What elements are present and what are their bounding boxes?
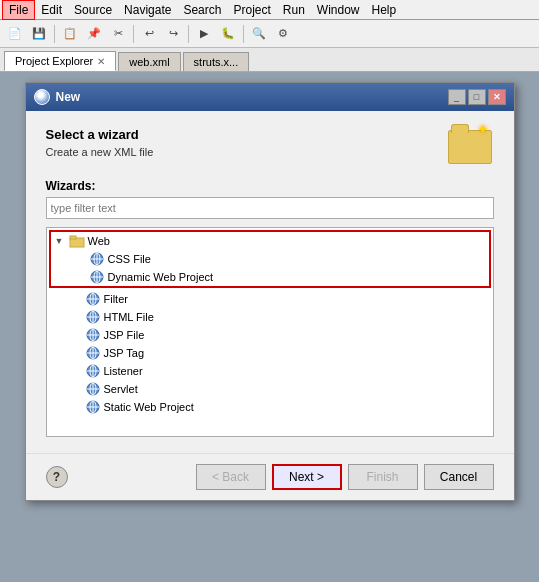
tree-item-html[interactable]: HTML File xyxy=(47,308,493,326)
tree-label-staticweb: Static Web Project xyxy=(104,401,194,413)
folder-icon: ✦ xyxy=(448,130,492,164)
footer-right: < Back Next > Finish Cancel xyxy=(196,464,494,490)
toolbar-run[interactable]: ▶ xyxy=(193,23,215,45)
tabbar: Project Explorer ✕ web.xml struts.x... xyxy=(0,48,539,72)
toolbar-new[interactable]: 📄 xyxy=(4,23,26,45)
footer-left: ? xyxy=(46,466,68,488)
toolbar-cut[interactable]: ✂ xyxy=(107,23,129,45)
back-button[interactable]: < Back xyxy=(196,464,266,490)
menu-search[interactable]: Search xyxy=(177,1,227,19)
toolbar-settings[interactable]: ⚙ xyxy=(272,23,294,45)
dialog-minimize[interactable]: _ xyxy=(448,89,466,105)
tree-item-listener[interactable]: Listener xyxy=(47,362,493,380)
tree-item-dwp[interactable]: Dynamic Web Project xyxy=(51,268,489,286)
tab-project-explorer-label: Project Explorer xyxy=(15,55,93,67)
tree-label-listener: Listener xyxy=(104,365,143,377)
tree-icon-filter xyxy=(85,292,101,306)
tree-label-filter: Filter xyxy=(104,293,128,305)
wizard-subtitle: Create a new XML file xyxy=(46,146,154,158)
tree-item-filter[interactable]: Filter xyxy=(47,290,493,308)
wizard-title: Select a wizard xyxy=(46,127,154,142)
tree-icon-jsp xyxy=(85,328,101,342)
tree-label-jsptag: JSP Tag xyxy=(104,347,145,359)
finish-button[interactable]: Finish xyxy=(348,464,418,490)
toolbar-sep3 xyxy=(188,25,189,43)
toolbar-sep2 xyxy=(133,25,134,43)
dialog-title-icon xyxy=(34,89,50,105)
menu-edit[interactable]: Edit xyxy=(35,1,68,19)
tree-icon-dwp xyxy=(89,270,105,284)
star-icon: ✦ xyxy=(477,121,489,137)
new-wizard-dialog: New _ □ ✕ Select a wizard Create a new X… xyxy=(25,82,515,501)
tree-icon-jsptag xyxy=(85,346,101,360)
toolbar-sep1 xyxy=(54,25,55,43)
tree-item-staticweb[interactable]: Static Web Project xyxy=(47,398,493,416)
help-button[interactable]: ? xyxy=(46,466,68,488)
menu-source[interactable]: Source xyxy=(68,1,118,19)
tab-project-explorer[interactable]: Project Explorer ✕ xyxy=(4,51,116,71)
menu-run[interactable]: Run xyxy=(277,1,311,19)
tree-expand-web[interactable]: ▼ xyxy=(55,236,69,246)
tree-item-css[interactable]: CSS File xyxy=(51,250,489,268)
toolbar-sep4 xyxy=(243,25,244,43)
toolbar: 📄 💾 📋 📌 ✂ ↩ ↪ ▶ 🐛 🔍 ⚙ xyxy=(0,20,539,48)
menu-navigate[interactable]: Navigate xyxy=(118,1,177,19)
tree-icon-servlet xyxy=(85,382,101,396)
cancel-button[interactable]: Cancel xyxy=(424,464,494,490)
tree-item-web[interactable]: ▼Web xyxy=(51,232,489,250)
tree-icon-html xyxy=(85,310,101,324)
tab-struts[interactable]: struts.x... xyxy=(183,52,250,71)
tree-item-servlet[interactable]: Servlet xyxy=(47,380,493,398)
wizard-tree[interactable]: ▼WebCSS FileDynamic Web ProjectFilterHTM… xyxy=(46,227,494,437)
tree-label-web: Web xyxy=(88,235,110,247)
tab-project-explorer-close[interactable]: ✕ xyxy=(97,56,105,67)
dialog-header: Select a wizard Create a new XML file ✦ xyxy=(46,127,494,167)
tree-label-dwp: Dynamic Web Project xyxy=(108,271,214,283)
tree-item-jsptag[interactable]: JSP Tag xyxy=(47,344,493,362)
toolbar-paste[interactable]: 📌 xyxy=(83,23,105,45)
dialog-maximize[interactable]: □ xyxy=(468,89,486,105)
dialog-close[interactable]: ✕ xyxy=(488,89,506,105)
filter-input[interactable] xyxy=(46,197,494,219)
dialog-body: Select a wizard Create a new XML file ✦ … xyxy=(26,111,514,453)
tab-webxml-label: web.xml xyxy=(129,56,169,68)
dialog-controls: _ □ ✕ xyxy=(448,89,506,105)
menu-project[interactable]: Project xyxy=(227,1,276,19)
dialog-title-text: New xyxy=(56,90,81,104)
toolbar-save[interactable]: 💾 xyxy=(28,23,50,45)
tree-label-css: CSS File xyxy=(108,253,151,265)
next-button[interactable]: Next > xyxy=(272,464,342,490)
wizards-label: Wizards: xyxy=(46,179,494,193)
tree-icon-css xyxy=(89,252,105,266)
menu-window[interactable]: Window xyxy=(311,1,366,19)
toolbar-undo[interactable]: ↩ xyxy=(138,23,160,45)
main-area: New _ □ ✕ Select a wizard Create a new X… xyxy=(0,72,539,582)
toolbar-debug[interactable]: 🐛 xyxy=(217,23,239,45)
tab-struts-label: struts.x... xyxy=(194,56,239,68)
tree-icon-listener xyxy=(85,364,101,378)
dialog-footer: ? < Back Next > Finish Cancel xyxy=(26,453,514,500)
dialog-titlebar: New _ □ ✕ xyxy=(26,83,514,111)
tree-item-jsp[interactable]: JSP File xyxy=(47,326,493,344)
tab-webxml[interactable]: web.xml xyxy=(118,52,180,71)
toolbar-search[interactable]: 🔍 xyxy=(248,23,270,45)
tree-icon-staticweb xyxy=(85,400,101,414)
svg-rect-1 xyxy=(70,236,76,239)
tree-icon-web xyxy=(69,234,85,248)
toolbar-copy[interactable]: 📋 xyxy=(59,23,81,45)
tree-label-html: HTML File xyxy=(104,311,154,323)
dialog-header-text: Select a wizard Create a new XML file xyxy=(46,127,154,158)
modal-overlay: New _ □ ✕ Select a wizard Create a new X… xyxy=(0,72,539,582)
menubar: File Edit Source Navigate Search Project… xyxy=(0,0,539,20)
tree-label-servlet: Servlet xyxy=(104,383,138,395)
wizard-header-icon: ✦ xyxy=(446,127,494,167)
tree-label-jsp: JSP File xyxy=(104,329,145,341)
menu-help[interactable]: Help xyxy=(366,1,403,19)
toolbar-redo[interactable]: ↪ xyxy=(162,23,184,45)
dialog-title-area: New xyxy=(34,89,81,105)
menu-file[interactable]: File xyxy=(2,0,35,20)
